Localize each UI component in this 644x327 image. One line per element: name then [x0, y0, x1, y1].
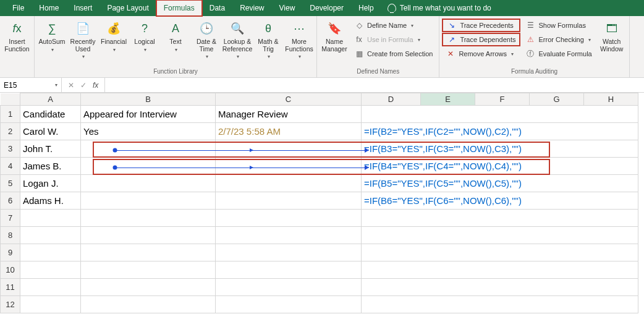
more-functions-button[interactable]: ⋯More Functions▾ [284, 19, 314, 61]
cell[interactable]: John T. [20, 140, 81, 158]
cell[interactable] [81, 140, 216, 158]
cell[interactable]: Candidate [20, 106, 81, 123]
math-button[interactable]: θMath & Trig▾ [253, 19, 283, 61]
cell[interactable]: =IF(B2="YES",IF(C2="",NOW(),C2),"") [362, 123, 638, 140]
text-button[interactable]: AText▾ [161, 19, 190, 54]
col-header-F[interactable]: F [475, 93, 530, 106]
cell[interactable] [20, 279, 81, 296]
row-header[interactable]: 7 [1, 210, 20, 227]
cell[interactable] [81, 296, 216, 313]
row-header[interactable]: 11 [1, 279, 20, 296]
cell[interactable] [81, 192, 216, 210]
tab-formulas[interactable]: Formulas [156, 0, 202, 16]
cell[interactable] [216, 279, 362, 296]
cell[interactable] [20, 227, 81, 244]
cell[interactable] [362, 244, 638, 261]
cell[interactable]: Yes [81, 123, 216, 140]
cell[interactable] [81, 261, 216, 279]
row-header[interactable]: 1 [1, 106, 20, 123]
tell-me-search[interactable]: Tell me what you want to do [381, 4, 498, 12]
col-header-G[interactable]: G [530, 93, 584, 106]
cell[interactable] [362, 296, 638, 313]
col-header-A[interactable]: A [20, 93, 81, 106]
cell[interactable] [216, 261, 362, 279]
col-header-C[interactable]: C [216, 93, 362, 106]
trace-dependents-button[interactable]: ↗Trace Dependents [442, 33, 520, 46]
row-header[interactable]: 3 [1, 140, 20, 158]
col-header-D[interactable]: D [362, 93, 421, 106]
create-from-selection-button[interactable]: ▦Create from Selection [350, 47, 436, 61]
cell[interactable] [81, 279, 216, 296]
name-manager-button[interactable]: 🔖Name Manager [320, 19, 349, 54]
cell[interactable]: =IF(B3="YES",IF(C3="",NOW(),C3),"") [362, 140, 638, 158]
enter-icon[interactable]: ✓ [80, 81, 87, 90]
tab-insert[interactable]: Insert [66, 0, 100, 16]
cell[interactable]: =IF(B6="YES",IF(C6="",NOW(),C6),"") [362, 192, 638, 210]
cell[interactable]: James B. [20, 158, 81, 175]
use-in-formula-button[interactable]: fxUse in Formula▾ [350, 33, 436, 46]
cell[interactable]: Carol W. [20, 123, 81, 140]
cell[interactable] [216, 296, 362, 313]
tab-page-layout[interactable]: Page Layout [100, 0, 156, 16]
cell[interactable]: =IF(B5="YES",IF(C5="",NOW(),C5),"") [362, 175, 638, 192]
tab-home[interactable]: Home [32, 0, 66, 16]
cell[interactable] [216, 175, 362, 192]
row-header[interactable]: 6 [1, 192, 20, 210]
tab-data[interactable]: Data [202, 0, 232, 16]
tab-developer[interactable]: Developer [302, 0, 351, 16]
row-header[interactable]: 2 [1, 123, 20, 140]
cell[interactable] [362, 210, 638, 227]
row-header[interactable]: 12 [1, 296, 20, 313]
row-header[interactable]: 5 [1, 175, 20, 192]
insert-function-button[interactable]: fx Insert Function [2, 19, 32, 54]
financial-button[interactable]: 💰Financial▾ [99, 19, 129, 54]
logical-button[interactable]: ?Logical▾ [130, 19, 159, 54]
cell[interactable] [81, 158, 216, 175]
cell[interactable] [362, 261, 638, 279]
evaluate-formula-button[interactable]: ⓕEvaluate Formula [522, 47, 595, 61]
remove-arrows-button[interactable]: ✕Remove Arrows▾ [442, 47, 520, 61]
cell[interactable]: =IF(B4="YES",IF(C4="",NOW(),C4),"") [362, 158, 638, 175]
cell[interactable] [362, 106, 638, 123]
cell[interactable]: Logan J. [20, 175, 81, 192]
lookup-button[interactable]: 🔍Lookup & Reference▾ [222, 19, 252, 61]
row-header[interactable]: 9 [1, 244, 20, 261]
row-header[interactable]: 4 [1, 158, 20, 175]
cell[interactable] [362, 279, 638, 296]
show-formulas-button[interactable]: ☰Show Formulas [522, 19, 595, 32]
col-header-B[interactable]: B [81, 93, 216, 106]
recently-used-button[interactable]: 📄Recently Used▾ [68, 19, 98, 61]
watch-window-button[interactable]: 🗔Watch Window [597, 19, 627, 54]
define-name-button[interactable]: ◇Define Name▾ [350, 19, 436, 32]
cell[interactable]: Manager Review [216, 106, 362, 123]
tab-view[interactable]: View [272, 0, 303, 16]
cell[interactable] [81, 210, 216, 227]
cell[interactable] [81, 244, 216, 261]
name-box[interactable]: E15▾ [0, 78, 62, 92]
error-checking-button[interactable]: ⚠Error Checking▾ [522, 33, 595, 46]
cell[interactable] [216, 158, 362, 175]
col-header-E[interactable]: E [421, 93, 475, 106]
cell[interactable]: Adams H. [20, 192, 81, 210]
tab-review[interactable]: Review [232, 0, 271, 16]
col-header-H[interactable]: H [584, 93, 638, 106]
tab-file[interactable]: File [5, 0, 32, 16]
row-header[interactable]: 8 [1, 227, 20, 244]
select-all-corner[interactable] [1, 93, 20, 106]
cell[interactable] [216, 192, 362, 210]
tab-help[interactable]: Help [351, 0, 381, 16]
cell[interactable] [81, 227, 216, 244]
cancel-icon[interactable]: ✕ [68, 81, 74, 90]
cell[interactable] [216, 140, 362, 158]
cell[interactable] [362, 227, 638, 244]
cell[interactable] [20, 210, 81, 227]
cell[interactable] [216, 227, 362, 244]
cell[interactable] [81, 175, 216, 192]
cell[interactable] [20, 296, 81, 313]
autosum-button[interactable]: ∑AutoSum▾ [37, 19, 67, 54]
cell[interactable]: Appeared for Interview [81, 106, 216, 123]
cell[interactable] [20, 244, 81, 261]
cell[interactable] [216, 244, 362, 261]
fx-label[interactable]: fx [93, 81, 98, 90]
worksheet-grid[interactable]: A B C D E F G H 1CandidateAppeared for I… [0, 93, 644, 313]
